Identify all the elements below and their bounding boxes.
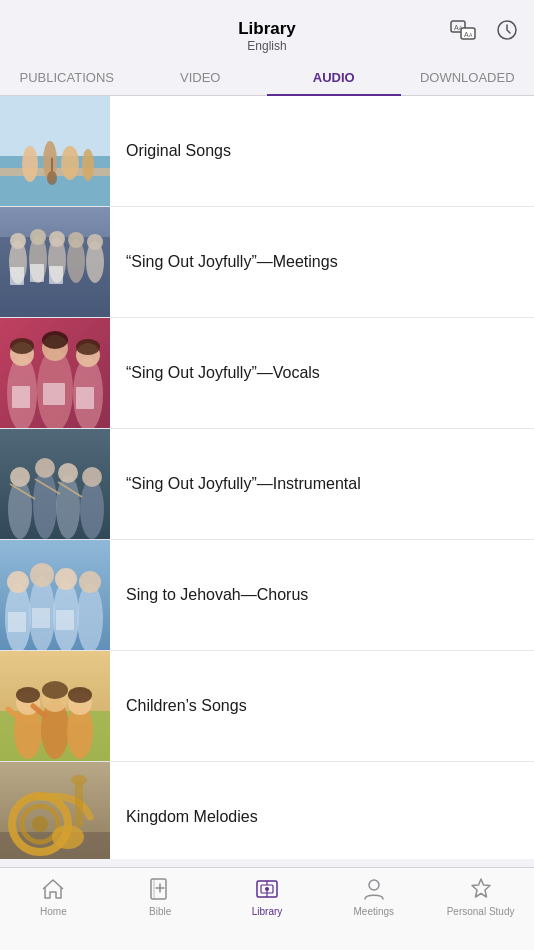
svg-point-94 — [265, 887, 269, 891]
header-title-group: Library English — [238, 19, 296, 53]
thumbnail — [0, 651, 110, 761]
svg-rect-8 — [0, 96, 110, 156]
svg-point-39 — [10, 338, 34, 354]
svg-point-51 — [35, 458, 55, 478]
list-item[interactable]: “Sing Out Joyfully”—Meetings — [0, 207, 534, 318]
svg-point-48 — [56, 475, 80, 539]
svg-rect-43 — [43, 383, 65, 405]
thumbnail — [0, 318, 110, 428]
item-label: Kingdom Melodies — [110, 807, 274, 828]
svg-rect-66 — [8, 612, 26, 632]
item-label: “Sing Out Joyfully”—Meetings — [110, 252, 354, 273]
svg-point-49 — [80, 479, 104, 539]
bottom-tab-home[interactable]: Home — [0, 876, 107, 917]
svg-rect-88 — [75, 782, 83, 827]
tab-downloaded[interactable]: DOWNLOADED — [401, 60, 535, 95]
history-button[interactable] — [492, 15, 522, 45]
svg-point-15 — [47, 171, 57, 185]
meetings-icon — [361, 876, 387, 902]
svg-point-86 — [32, 816, 48, 832]
svg-point-53 — [82, 467, 102, 487]
header-subtitle: English — [247, 39, 286, 53]
svg-point-46 — [8, 479, 32, 539]
bottom-tab-bar: Home Bible Library — [0, 867, 534, 950]
svg-rect-67 — [32, 608, 50, 628]
svg-point-11 — [22, 146, 38, 182]
bottom-tab-personal-study[interactable]: Personal Study — [427, 876, 534, 917]
svg-rect-30 — [30, 264, 44, 282]
personal-study-icon — [468, 876, 494, 902]
list-item[interactable]: Original Songs — [0, 96, 534, 207]
item-label: “Sing Out Joyfully”—Instrumental — [110, 474, 377, 495]
bottom-tab-meetings-label: Meetings — [354, 906, 395, 917]
list-item[interactable]: Sing to Jehovah—Chorus — [0, 540, 534, 651]
svg-point-63 — [30, 563, 54, 587]
svg-point-52 — [58, 463, 78, 483]
svg-point-41 — [76, 339, 100, 355]
header: Library English A A A A — [0, 0, 534, 60]
item-label: “Sing Out Joyfully”—Vocals — [110, 363, 336, 384]
list-item[interactable]: “Sing Out Joyfully”—Vocals — [0, 318, 534, 429]
thumbnail — [0, 762, 110, 859]
thumbnail — [0, 207, 110, 317]
bottom-tab-bible-label: Bible — [149, 906, 171, 917]
svg-rect-29 — [10, 267, 24, 285]
tab-publications[interactable]: PUBLICATIONS — [0, 60, 134, 95]
audio-list: Original Songs — [0, 96, 534, 859]
bible-icon — [147, 876, 173, 902]
svg-point-96 — [369, 880, 379, 890]
svg-point-87 — [52, 825, 84, 849]
tab-audio[interactable]: AUDIO — [267, 60, 401, 95]
svg-point-13 — [61, 146, 79, 180]
svg-point-26 — [49, 231, 65, 247]
svg-point-64 — [55, 568, 77, 590]
svg-point-14 — [82, 149, 94, 181]
tab-video[interactable]: VIDEO — [134, 60, 268, 95]
svg-rect-90 — [151, 879, 166, 899]
svg-point-61 — [77, 583, 103, 650]
svg-point-65 — [79, 571, 101, 593]
svg-point-77 — [16, 687, 40, 703]
item-label: Sing to Jehovah—Chorus — [110, 585, 324, 606]
bottom-tab-library[interactable]: Library — [214, 876, 321, 917]
bottom-tab-personal-study-label: Personal Study — [447, 906, 515, 917]
header-title: Library — [238, 19, 296, 39]
svg-point-78 — [42, 681, 68, 699]
svg-point-50 — [10, 467, 30, 487]
translate-button[interactable]: A A A A — [448, 15, 478, 45]
bottom-tab-library-label: Library — [252, 906, 283, 917]
thumbnail — [0, 96, 110, 206]
library-icon — [254, 876, 280, 902]
thumbnail — [0, 429, 110, 539]
bottom-tab-meetings[interactable]: Meetings — [320, 876, 427, 917]
bottom-tab-home-label: Home — [40, 906, 67, 917]
tabs-bar: PUBLICATIONS VIDEO AUDIO DOWNLOADED — [0, 60, 534, 96]
svg-point-89 — [71, 775, 87, 785]
item-label: Children’s Songs — [110, 696, 263, 717]
svg-point-28 — [87, 234, 103, 250]
svg-point-25 — [30, 229, 46, 245]
svg-point-62 — [7, 571, 29, 593]
header-icons: A A A A — [448, 15, 522, 45]
svg-point-79 — [68, 687, 92, 703]
home-icon — [40, 876, 66, 902]
list-item[interactable]: Kingdom Melodies — [0, 762, 534, 859]
svg-rect-68 — [56, 610, 74, 630]
svg-rect-44 — [76, 387, 94, 409]
svg-point-24 — [10, 233, 26, 249]
svg-point-27 — [68, 232, 84, 248]
list-item[interactable]: “Sing Out Joyfully”—Instrumental — [0, 429, 534, 540]
bottom-tab-bible[interactable]: Bible — [107, 876, 214, 917]
svg-rect-31 — [49, 266, 63, 284]
list-item[interactable]: Children’s Songs — [0, 651, 534, 762]
item-label: Original Songs — [110, 141, 247, 162]
thumbnail — [0, 540, 110, 650]
svg-point-40 — [42, 331, 68, 349]
svg-rect-42 — [12, 386, 30, 408]
